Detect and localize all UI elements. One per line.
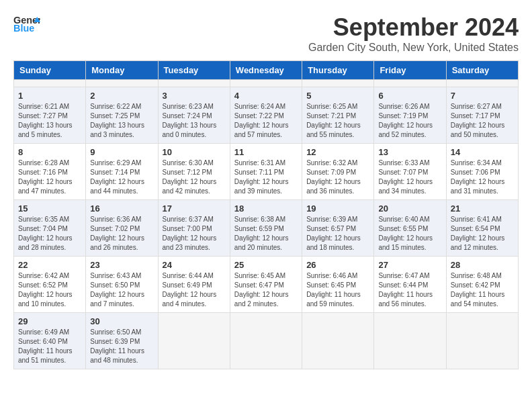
table-cell: 1Sunrise: 6:21 AMSunset: 7:27 PMDaylight…: [14, 87, 86, 144]
table-cell: 23Sunrise: 6:43 AMSunset: 6:50 PMDayligh…: [86, 257, 158, 313]
table-cell: [446, 80, 518, 87]
day-info: Sunrise: 6:25 AMSunset: 7:21 PMDaylight:…: [306, 102, 369, 140]
day-number: 2: [90, 91, 153, 101]
table-cell: 12Sunrise: 6:32 AMSunset: 7:09 PMDayligh…: [302, 144, 374, 200]
day-number: 17: [163, 203, 226, 214]
table-cell: 22Sunrise: 6:42 AMSunset: 6:52 PMDayligh…: [14, 257, 86, 313]
day-info: Sunrise: 6:49 AMSunset: 6:40 PMDaylight:…: [18, 328, 81, 365]
day-info: Sunrise: 6:44 AMSunset: 6:49 PMDaylight:…: [163, 271, 226, 309]
table-cell: 9Sunrise: 6:29 AMSunset: 7:14 PMDaylight…: [86, 144, 158, 200]
col-thursday: Thursday: [302, 61, 374, 80]
col-tuesday: Tuesday: [158, 61, 230, 80]
day-number: 5: [306, 91, 369, 101]
day-number: 20: [378, 203, 441, 214]
col-wednesday: Wednesday: [230, 61, 302, 80]
calendar-row: 29Sunrise: 6:49 AMSunset: 6:40 PMDayligh…: [14, 313, 519, 369]
day-number: 18: [234, 203, 298, 214]
page-header: General Blue September 2024 Garden City …: [13, 13, 519, 54]
day-number: 19: [306, 203, 369, 214]
calendar-row: 15Sunrise: 6:35 AMSunset: 7:04 PMDayligh…: [14, 200, 519, 257]
day-info: Sunrise: 6:38 AMSunset: 6:59 PMDaylight:…: [234, 215, 298, 253]
location-title: Garden City South, New York, United Stat…: [308, 42, 519, 54]
table-cell: [374, 313, 446, 369]
title-section: September 2024 Garden City South, New Yo…: [308, 13, 519, 54]
day-number: 30: [90, 316, 153, 326]
table-cell: [302, 313, 374, 369]
day-number: 13: [378, 147, 441, 157]
day-info: Sunrise: 6:50 AMSunset: 6:39 PMDaylight:…: [90, 328, 153, 365]
table-cell: 13Sunrise: 6:33 AMSunset: 7:07 PMDayligh…: [374, 144, 446, 200]
table-cell: 25Sunrise: 6:45 AMSunset: 6:47 PMDayligh…: [230, 257, 302, 313]
day-info: Sunrise: 6:43 AMSunset: 6:50 PMDaylight:…: [90, 271, 153, 309]
day-info: Sunrise: 6:28 AMSunset: 7:16 PMDaylight:…: [18, 158, 81, 196]
calendar-row: [14, 80, 519, 87]
table-cell: 8Sunrise: 6:28 AMSunset: 7:16 PMDaylight…: [14, 144, 86, 200]
table-cell: 7Sunrise: 6:27 AMSunset: 7:17 PMDaylight…: [446, 87, 518, 144]
svg-text:Blue: Blue: [13, 23, 34, 34]
day-info: Sunrise: 6:27 AMSunset: 7:17 PMDaylight:…: [451, 102, 514, 140]
day-number: 27: [378, 260, 441, 270]
table-cell: [158, 80, 230, 87]
table-cell: 4Sunrise: 6:24 AMSunset: 7:22 PMDaylight…: [230, 87, 302, 144]
calendar-row: 22Sunrise: 6:42 AMSunset: 6:52 PMDayligh…: [14, 257, 519, 313]
day-info: Sunrise: 6:40 AMSunset: 6:55 PMDaylight:…: [378, 215, 441, 253]
table-cell: 24Sunrise: 6:44 AMSunset: 6:49 PMDayligh…: [158, 257, 230, 313]
day-info: Sunrise: 6:29 AMSunset: 7:14 PMDaylight:…: [90, 158, 153, 196]
day-number: 16: [90, 203, 153, 214]
calendar-table: Sunday Monday Tuesday Wednesday Thursday…: [13, 60, 519, 369]
table-cell: 18Sunrise: 6:38 AMSunset: 6:59 PMDayligh…: [230, 200, 302, 257]
day-number: 4: [234, 91, 298, 101]
day-info: Sunrise: 6:22 AMSunset: 7:25 PMDaylight:…: [90, 102, 153, 140]
day-info: Sunrise: 6:42 AMSunset: 6:52 PMDaylight:…: [18, 271, 81, 309]
day-info: Sunrise: 6:45 AMSunset: 6:47 PMDaylight:…: [234, 271, 298, 309]
table-cell: [86, 80, 158, 87]
table-cell: 6Sunrise: 6:26 AMSunset: 7:19 PMDaylight…: [374, 87, 446, 144]
day-info: Sunrise: 6:47 AMSunset: 6:44 PMDaylight:…: [378, 271, 441, 309]
day-info: Sunrise: 6:32 AMSunset: 7:09 PMDaylight:…: [306, 158, 369, 196]
day-number: 28: [451, 260, 514, 270]
table-cell: 2Sunrise: 6:22 AMSunset: 7:25 PMDaylight…: [86, 87, 158, 144]
day-info: Sunrise: 6:36 AMSunset: 7:02 PMDaylight:…: [90, 215, 153, 253]
table-cell: [374, 80, 446, 87]
day-number: 14: [451, 147, 514, 157]
day-number: 25: [234, 260, 298, 270]
day-number: 29: [18, 316, 81, 326]
col-sunday: Sunday: [14, 61, 86, 80]
day-number: 7: [451, 91, 514, 101]
table-cell: [14, 80, 86, 87]
day-info: Sunrise: 6:37 AMSunset: 7:00 PMDaylight:…: [163, 215, 226, 253]
table-cell: [230, 80, 302, 87]
day-info: Sunrise: 6:41 AMSunset: 6:54 PMDaylight:…: [451, 215, 514, 253]
col-saturday: Saturday: [446, 61, 518, 80]
day-number: 11: [234, 147, 298, 157]
day-number: 6: [378, 91, 441, 101]
table-cell: 17Sunrise: 6:37 AMSunset: 7:00 PMDayligh…: [158, 200, 230, 257]
table-cell: 19Sunrise: 6:39 AMSunset: 6:57 PMDayligh…: [302, 200, 374, 257]
table-cell: 26Sunrise: 6:46 AMSunset: 6:45 PMDayligh…: [302, 257, 374, 313]
table-cell: [158, 313, 230, 369]
day-number: 1: [18, 91, 81, 101]
day-info: Sunrise: 6:34 AMSunset: 7:06 PMDaylight:…: [451, 158, 514, 196]
day-number: 3: [163, 91, 226, 101]
day-info: Sunrise: 6:33 AMSunset: 7:07 PMDaylight:…: [378, 158, 441, 196]
table-cell: [230, 313, 302, 369]
table-cell: 15Sunrise: 6:35 AMSunset: 7:04 PMDayligh…: [14, 200, 86, 257]
table-cell: 21Sunrise: 6:41 AMSunset: 6:54 PMDayligh…: [446, 200, 518, 257]
day-number: 8: [18, 147, 81, 157]
table-cell: [446, 313, 518, 369]
logo: General Blue: [13, 13, 40, 34]
col-monday: Monday: [86, 61, 158, 80]
table-cell: 30Sunrise: 6:50 AMSunset: 6:39 PMDayligh…: [86, 313, 158, 369]
day-number: 12: [306, 147, 369, 157]
table-cell: 14Sunrise: 6:34 AMSunset: 7:06 PMDayligh…: [446, 144, 518, 200]
day-number: 26: [306, 260, 369, 270]
day-info: Sunrise: 6:46 AMSunset: 6:45 PMDaylight:…: [306, 271, 369, 309]
day-number: 9: [90, 147, 153, 157]
table-cell: 3Sunrise: 6:23 AMSunset: 7:24 PMDaylight…: [158, 87, 230, 144]
table-cell: 16Sunrise: 6:36 AMSunset: 7:02 PMDayligh…: [86, 200, 158, 257]
table-cell: 11Sunrise: 6:31 AMSunset: 7:11 PMDayligh…: [230, 144, 302, 200]
logo-icon: General Blue: [13, 13, 40, 34]
day-info: Sunrise: 6:21 AMSunset: 7:27 PMDaylight:…: [18, 102, 81, 140]
calendar-header-row: Sunday Monday Tuesday Wednesday Thursday…: [14, 61, 519, 80]
day-number: 10: [163, 147, 226, 157]
